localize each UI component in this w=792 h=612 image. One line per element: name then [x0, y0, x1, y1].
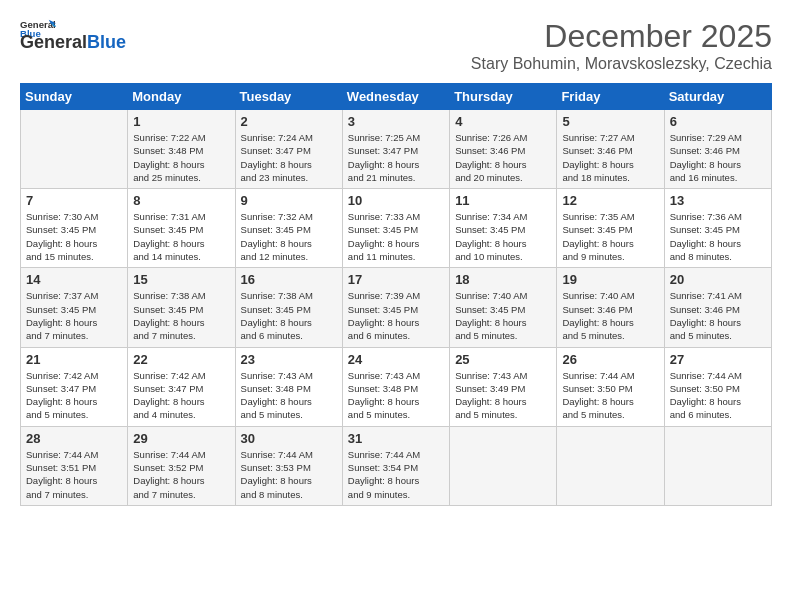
day-info: Sunrise: 7:38 AMSunset: 3:45 PMDaylight:… [241, 289, 337, 342]
day-number: 14 [26, 272, 122, 287]
header: General Blue GeneralBlue December 2025 S… [20, 18, 772, 73]
calendar-cell: 1Sunrise: 7:22 AMSunset: 3:48 PMDaylight… [128, 110, 235, 189]
day-number: 29 [133, 431, 229, 446]
calendar-week-1: 1Sunrise: 7:22 AMSunset: 3:48 PMDaylight… [21, 110, 772, 189]
calendar-cell: 10Sunrise: 7:33 AMSunset: 3:45 PMDayligh… [342, 189, 449, 268]
day-info: Sunrise: 7:44 AMSunset: 3:51 PMDaylight:… [26, 448, 122, 501]
day-info: Sunrise: 7:30 AMSunset: 3:45 PMDaylight:… [26, 210, 122, 263]
calendar-cell: 17Sunrise: 7:39 AMSunset: 3:45 PMDayligh… [342, 268, 449, 347]
calendar-cell: 22Sunrise: 7:42 AMSunset: 3:47 PMDayligh… [128, 347, 235, 426]
day-info: Sunrise: 7:34 AMSunset: 3:45 PMDaylight:… [455, 210, 551, 263]
day-info: Sunrise: 7:39 AMSunset: 3:45 PMDaylight:… [348, 289, 444, 342]
calendar-cell: 6Sunrise: 7:29 AMSunset: 3:46 PMDaylight… [664, 110, 771, 189]
day-info: Sunrise: 7:41 AMSunset: 3:46 PMDaylight:… [670, 289, 766, 342]
day-number: 19 [562, 272, 658, 287]
calendar-cell: 8Sunrise: 7:31 AMSunset: 3:45 PMDaylight… [128, 189, 235, 268]
month-title: December 2025 [471, 18, 772, 55]
day-info: Sunrise: 7:33 AMSunset: 3:45 PMDaylight:… [348, 210, 444, 263]
calendar-cell: 14Sunrise: 7:37 AMSunset: 3:45 PMDayligh… [21, 268, 128, 347]
calendar-cell: 7Sunrise: 7:30 AMSunset: 3:45 PMDaylight… [21, 189, 128, 268]
day-info: Sunrise: 7:26 AMSunset: 3:46 PMDaylight:… [455, 131, 551, 184]
calendar-cell: 18Sunrise: 7:40 AMSunset: 3:45 PMDayligh… [450, 268, 557, 347]
calendar-cell: 28Sunrise: 7:44 AMSunset: 3:51 PMDayligh… [21, 426, 128, 505]
day-number: 24 [348, 352, 444, 367]
calendar-cell [557, 426, 664, 505]
day-number: 23 [241, 352, 337, 367]
calendar-cell: 19Sunrise: 7:40 AMSunset: 3:46 PMDayligh… [557, 268, 664, 347]
calendar-cell: 26Sunrise: 7:44 AMSunset: 3:50 PMDayligh… [557, 347, 664, 426]
day-number: 3 [348, 114, 444, 129]
day-number: 15 [133, 272, 229, 287]
day-info: Sunrise: 7:27 AMSunset: 3:46 PMDaylight:… [562, 131, 658, 184]
day-info: Sunrise: 7:43 AMSunset: 3:48 PMDaylight:… [241, 369, 337, 422]
calendar-week-2: 7Sunrise: 7:30 AMSunset: 3:45 PMDaylight… [21, 189, 772, 268]
col-sunday: Sunday [21, 84, 128, 110]
calendar-cell: 30Sunrise: 7:44 AMSunset: 3:53 PMDayligh… [235, 426, 342, 505]
day-number: 1 [133, 114, 229, 129]
title-block: December 2025 Stary Bohumin, Moravskosle… [471, 18, 772, 73]
col-friday: Friday [557, 84, 664, 110]
calendar-cell: 15Sunrise: 7:38 AMSunset: 3:45 PMDayligh… [128, 268, 235, 347]
calendar-cell: 11Sunrise: 7:34 AMSunset: 3:45 PMDayligh… [450, 189, 557, 268]
day-number: 20 [670, 272, 766, 287]
day-info: Sunrise: 7:44 AMSunset: 3:52 PMDaylight:… [133, 448, 229, 501]
day-number: 8 [133, 193, 229, 208]
col-monday: Monday [128, 84, 235, 110]
day-info: Sunrise: 7:44 AMSunset: 3:53 PMDaylight:… [241, 448, 337, 501]
day-number: 12 [562, 193, 658, 208]
day-number: 4 [455, 114, 551, 129]
day-number: 10 [348, 193, 444, 208]
day-number: 26 [562, 352, 658, 367]
calendar-cell [664, 426, 771, 505]
logo-general: General [20, 32, 87, 52]
day-info: Sunrise: 7:44 AMSunset: 3:50 PMDaylight:… [670, 369, 766, 422]
calendar-cell [450, 426, 557, 505]
calendar-cell: 16Sunrise: 7:38 AMSunset: 3:45 PMDayligh… [235, 268, 342, 347]
day-number: 13 [670, 193, 766, 208]
calendar-cell: 27Sunrise: 7:44 AMSunset: 3:50 PMDayligh… [664, 347, 771, 426]
day-info: Sunrise: 7:42 AMSunset: 3:47 PMDaylight:… [133, 369, 229, 422]
calendar-cell: 3Sunrise: 7:25 AMSunset: 3:47 PMDaylight… [342, 110, 449, 189]
day-info: Sunrise: 7:37 AMSunset: 3:45 PMDaylight:… [26, 289, 122, 342]
calendar-cell: 25Sunrise: 7:43 AMSunset: 3:49 PMDayligh… [450, 347, 557, 426]
day-number: 30 [241, 431, 337, 446]
calendar-week-4: 21Sunrise: 7:42 AMSunset: 3:47 PMDayligh… [21, 347, 772, 426]
day-info: Sunrise: 7:40 AMSunset: 3:46 PMDaylight:… [562, 289, 658, 342]
col-tuesday: Tuesday [235, 84, 342, 110]
day-number: 28 [26, 431, 122, 446]
day-number: 17 [348, 272, 444, 287]
day-info: Sunrise: 7:43 AMSunset: 3:48 PMDaylight:… [348, 369, 444, 422]
calendar-cell: 4Sunrise: 7:26 AMSunset: 3:46 PMDaylight… [450, 110, 557, 189]
day-number: 2 [241, 114, 337, 129]
calendar-cell: 5Sunrise: 7:27 AMSunset: 3:46 PMDaylight… [557, 110, 664, 189]
day-number: 5 [562, 114, 658, 129]
day-number: 11 [455, 193, 551, 208]
day-number: 6 [670, 114, 766, 129]
calendar-table: Sunday Monday Tuesday Wednesday Thursday… [20, 83, 772, 506]
day-info: Sunrise: 7:29 AMSunset: 3:46 PMDaylight:… [670, 131, 766, 184]
calendar-cell [21, 110, 128, 189]
calendar-cell: 24Sunrise: 7:43 AMSunset: 3:48 PMDayligh… [342, 347, 449, 426]
logo-blue: Blue [87, 32, 126, 52]
calendar-cell: 23Sunrise: 7:43 AMSunset: 3:48 PMDayligh… [235, 347, 342, 426]
day-number: 9 [241, 193, 337, 208]
day-info: Sunrise: 7:36 AMSunset: 3:45 PMDaylight:… [670, 210, 766, 263]
day-info: Sunrise: 7:31 AMSunset: 3:45 PMDaylight:… [133, 210, 229, 263]
day-number: 22 [133, 352, 229, 367]
day-info: Sunrise: 7:25 AMSunset: 3:47 PMDaylight:… [348, 131, 444, 184]
calendar-cell: 13Sunrise: 7:36 AMSunset: 3:45 PMDayligh… [664, 189, 771, 268]
calendar-cell: 12Sunrise: 7:35 AMSunset: 3:45 PMDayligh… [557, 189, 664, 268]
day-number: 25 [455, 352, 551, 367]
calendar-cell: 2Sunrise: 7:24 AMSunset: 3:47 PMDaylight… [235, 110, 342, 189]
main-container: General Blue GeneralBlue December 2025 S… [0, 0, 792, 516]
day-info: Sunrise: 7:44 AMSunset: 3:50 PMDaylight:… [562, 369, 658, 422]
col-saturday: Saturday [664, 84, 771, 110]
calendar-week-3: 14Sunrise: 7:37 AMSunset: 3:45 PMDayligh… [21, 268, 772, 347]
day-info: Sunrise: 7:42 AMSunset: 3:47 PMDaylight:… [26, 369, 122, 422]
calendar-cell: 31Sunrise: 7:44 AMSunset: 3:54 PMDayligh… [342, 426, 449, 505]
day-number: 18 [455, 272, 551, 287]
day-number: 7 [26, 193, 122, 208]
header-row: Sunday Monday Tuesday Wednesday Thursday… [21, 84, 772, 110]
day-info: Sunrise: 7:38 AMSunset: 3:45 PMDaylight:… [133, 289, 229, 342]
calendar-cell: 21Sunrise: 7:42 AMSunset: 3:47 PMDayligh… [21, 347, 128, 426]
